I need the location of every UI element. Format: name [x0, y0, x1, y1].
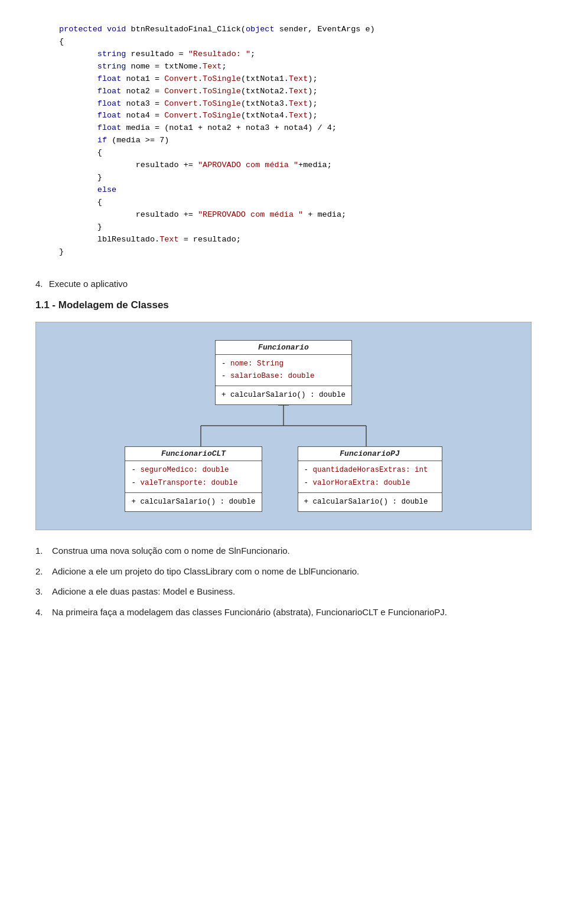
pj-title: FuncionarioPJ	[298, 447, 442, 461]
code-line: string resultado = "Resultado: ";	[59, 48, 532, 61]
pj-method-1: + calcularSalario() : double	[304, 496, 436, 508]
code-line: float nota3 = Convert.ToSingle(txtNota3.…	[59, 98, 532, 110]
code-line: {	[59, 147, 532, 159]
funcionario-method-1: + calcularSalario() : double	[221, 389, 346, 401]
clt-attrs: - seguroMedico: double - valeTransporte:…	[125, 461, 261, 493]
code-line: {	[59, 36, 532, 48]
pj-attr-1: - quantidadeHorasExtras: int	[304, 464, 436, 476]
funcionario-attr-2: - salarioBase: double	[221, 370, 346, 383]
clt-attr-2: - valeTransporte: double	[131, 477, 255, 489]
code-line: resultado += "APROVADO com média "+media…	[59, 159, 532, 172]
uml-bottom-row: FuncionarioCLT - seguroMedico: double - …	[125, 446, 442, 512]
uml-top-row: Funcionario - nome: String - salarioBase…	[215, 340, 352, 406]
clt-methods: + calcularSalario() : double	[125, 493, 261, 511]
code-block: protected void btnResultadoFinal_Click(o…	[35, 18, 532, 265]
code-line: else	[59, 184, 532, 197]
item-3-num: 3.	[35, 585, 52, 599]
funcionario-attrs: - nome: String - salarioBase: double	[216, 355, 351, 387]
clt-title: FuncionarioCLT	[125, 447, 261, 461]
section-1-1-title: 1.1 - Modelagem de Classes	[35, 299, 532, 311]
funcionario-methods: + calcularSalario() : double	[216, 386, 351, 404]
item-3-text: Adicione a ele duas pastas: Model e Busi…	[52, 585, 532, 599]
uml-class-funcionario: Funcionario - nome: String - salarioBase…	[215, 340, 352, 406]
item-4-num: 4.	[35, 606, 52, 619]
code-line: float nota4 = Convert.ToSingle(txtNota4.…	[59, 110, 532, 122]
code-line: float media = (nota1 + nota2 + nota3 + n…	[59, 122, 532, 135]
code-line: }	[59, 172, 532, 184]
pj-methods: + calcularSalario() : double	[298, 493, 442, 511]
funcionario-attr-1: - nome: String	[221, 358, 346, 370]
code-line: float nota1 = Convert.ToSingle(txtNota1.…	[59, 73, 532, 86]
uml-class-pj: FuncionarioPJ - quantidadeHorasExtras: i…	[298, 446, 442, 512]
clt-method-1: + calcularSalario() : double	[131, 496, 255, 508]
clt-attr-1: - seguroMedico: double	[131, 464, 255, 476]
item-4: 4. Na primeira faça a modelagem das clas…	[35, 606, 532, 619]
pj-attrs: - quantidadeHorasExtras: int - valorHora…	[298, 461, 442, 493]
code-line: }	[59, 221, 532, 234]
item-2-num: 2.	[35, 565, 52, 579]
item-2: 2. Adicione a ele um projeto do tipo Cla…	[35, 565, 532, 579]
code-line: {	[59, 197, 532, 209]
code-line: resultado += "REPROVADO com média " + me…	[59, 209, 532, 221]
pj-attr-2: - valorHoraExtra: double	[304, 477, 436, 489]
code-line: }	[59, 246, 532, 259]
uml-arrow-svg	[142, 405, 425, 446]
code-line: float nota2 = Convert.ToSingle(txtNota2.…	[59, 86, 532, 98]
bottom-section: 1. Construa uma nova solução com o nome …	[35, 544, 532, 619]
code-line: lblResultado.Text = resultado;	[59, 234, 532, 246]
code-line: protected void btnResultadoFinal_Click(o…	[59, 24, 532, 36]
uml-diagram: Funcionario - nome: String - salarioBase…	[35, 322, 532, 531]
item-1: 1. Construa uma nova solução com o nome …	[35, 544, 532, 558]
step4-execute: 4. Execute o aplicativo	[35, 279, 532, 289]
item-3: 3. Adicione a ele duas pastas: Model e B…	[35, 585, 532, 599]
item-2-text: Adicione a ele um projeto do tipo ClassL…	[52, 565, 532, 579]
funcionario-title: Funcionario	[216, 341, 351, 355]
item-1-num: 1.	[35, 544, 52, 558]
code-line: string nome = txtNome.Text;	[59, 61, 532, 73]
step4-number: 4.	[35, 279, 43, 289]
step4-text: Execute o aplicativo	[49, 279, 128, 289]
item-1-text: Construa uma nova solução com o nome de …	[52, 544, 532, 558]
uml-class-clt: FuncionarioCLT - seguroMedico: double - …	[125, 446, 262, 512]
code-line: if (media >= 7)	[59, 135, 532, 147]
item-4-text: Na primeira faça a modelagem das classes…	[52, 606, 532, 619]
uml-arrows	[142, 405, 425, 446]
